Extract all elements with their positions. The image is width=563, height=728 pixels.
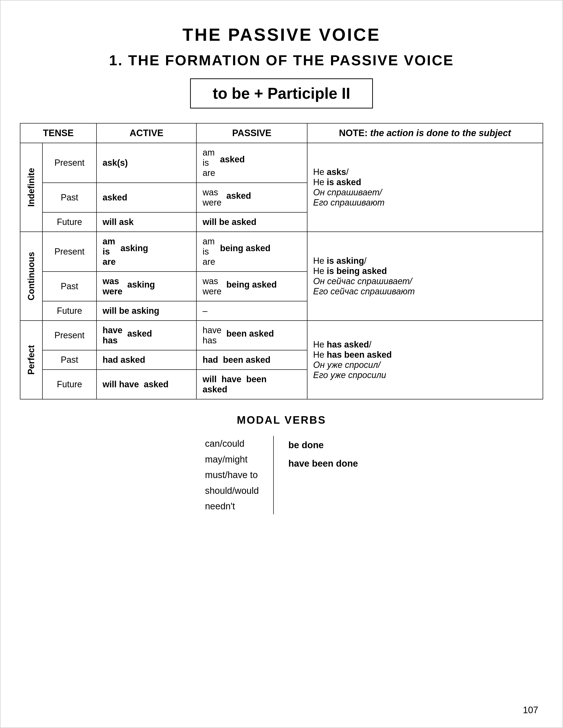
tense-perfect-present: Present (42, 321, 97, 350)
col-passive: PASSIVE (197, 123, 307, 143)
col-tense: TENSE (20, 123, 97, 143)
tense-continuous-future: Future (42, 301, 97, 321)
note-perfect: He has asked/ He has been asked Он уже с… (307, 321, 543, 399)
passive-continuous-past: was were being asked (197, 272, 307, 301)
table-row: Perfect Present have has asked have (20, 321, 543, 350)
active-continuous-future: will be asking (97, 301, 197, 321)
active-indefinite-future: will ask (97, 212, 197, 232)
modal-title: MODAL VERBS (20, 414, 543, 426)
active-perfect-future: will have asked (97, 370, 197, 399)
note-continuous: He is asking/ He is being asked Он сейча… (307, 232, 543, 321)
passive-continuous-present: am is are being asked (197, 232, 307, 272)
active-indefinite-past: asked (97, 183, 197, 212)
modal-result-1: be done (288, 436, 358, 454)
note-indefinite: He asks/ He is asked Он спрашивает/ Его … (307, 143, 543, 232)
formula-box: to be + Participle II (190, 78, 373, 108)
modal-item: must/have to (205, 467, 259, 483)
group-label-perfect: Perfect (20, 321, 42, 399)
modal-content: can/could may/might must/have to should/… (20, 436, 543, 514)
page-number: 107 (523, 705, 538, 715)
table-row: Indefinite Present ask(s) am is are aske… (20, 143, 543, 183)
passive-indefinite-present: am is are asked (197, 143, 307, 183)
formula-wrapper: to be + Participle II (20, 78, 543, 108)
col-active: ACTIVE (97, 123, 197, 143)
modal-item: can/could (205, 436, 259, 452)
tense-indefinite-future: Future (42, 212, 97, 232)
page-title: THE PASSIVE VOICE (20, 25, 543, 45)
passive-perfect-future: will have beenasked (197, 370, 307, 399)
col-note: NOTE: the action is done to the subject (307, 123, 543, 143)
tense-perfect-future: Future (42, 370, 97, 399)
modal-right: be done have been done (274, 436, 358, 473)
modal-result-2: have been done (288, 454, 358, 473)
group-label-indefinite: Indefinite (20, 143, 42, 232)
modal-item: should/would (205, 483, 259, 499)
group-label-continuous: Continuous (20, 232, 42, 321)
active-continuous-present: am is are asking (97, 232, 197, 272)
tense-continuous-past: Past (42, 272, 97, 301)
note-header-text: NOTE: the action is done to the subject (339, 128, 511, 138)
active-indefinite-present: ask(s) (97, 143, 197, 183)
tense-indefinite-present: Present (42, 143, 97, 183)
modal-item: needn't (205, 498, 259, 514)
passive-continuous-future: – (197, 301, 307, 321)
passive-perfect-past: had been asked (197, 350, 307, 370)
modal-item: may/might (205, 452, 259, 467)
table-row: Continuous Present am is are asking (20, 232, 543, 272)
active-continuous-past: was were asking (97, 272, 197, 301)
modal-section: MODAL VERBS can/could may/might must/hav… (20, 414, 543, 514)
passive-perfect-present: have has been asked (197, 321, 307, 350)
tense-continuous-present: Present (42, 232, 97, 272)
tense-perfect-past: Past (42, 350, 97, 370)
passive-indefinite-future: will be asked (197, 212, 307, 232)
modal-left: can/could may/might must/have to should/… (205, 436, 274, 514)
section-title: 1. THE FORMATION OF THE PASSIVE VOICE (20, 52, 543, 69)
grammar-table: TENSE ACTIVE PASSIVE NOTE: the action is… (20, 123, 543, 399)
active-perfect-present: have has asked (97, 321, 197, 350)
tense-indefinite-past: Past (42, 183, 97, 212)
passive-indefinite-past: was were asked (197, 183, 307, 212)
active-perfect-past: had asked (97, 350, 197, 370)
